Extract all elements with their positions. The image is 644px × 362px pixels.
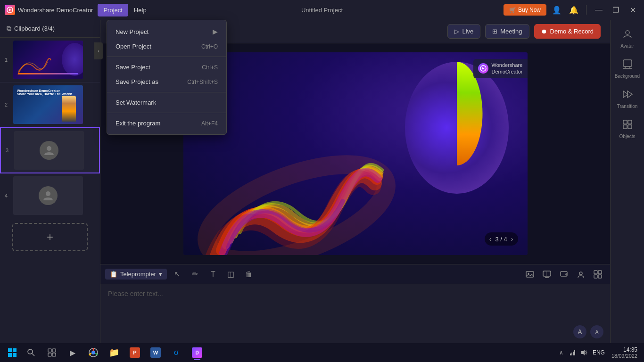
- clip-item-1[interactable]: 1: [0, 38, 100, 82]
- text-tool-button[interactable]: T: [206, 267, 221, 282]
- avatar-icon: [622, 29, 633, 41]
- clip-item-4[interactable]: 4: [0, 173, 100, 218]
- taskbar-right: ∧ ENG 14:35 18/09/2022: [557, 346, 640, 359]
- svg-point-13: [579, 272, 582, 275]
- svg-point-33: [28, 349, 33, 354]
- svg-point-1: [47, 146, 51, 151]
- menu-section-exit: Exit the program Alt+F4: [107, 115, 226, 132]
- teleprompter-text-area[interactable]: Please enter text... A A: [100, 284, 610, 343]
- windows-taskbar: ▶ 📁 P W σ D ∧: [0, 343, 644, 362]
- sidebar-transition-tool[interactable]: Transition: [613, 85, 642, 113]
- open-project-item[interactable]: Open Project Ctrl+O: [107, 39, 226, 54]
- system-clock[interactable]: 14:35 18/09/2022: [609, 346, 640, 359]
- page-indicator: 3 / 4: [495, 236, 507, 243]
- user-icon-button[interactable]: 👤: [550, 3, 563, 16]
- save-as-label: Save Project as: [116, 78, 158, 85]
- trash-tool-button[interactable]: 🗑: [241, 267, 256, 282]
- svg-rect-28: [628, 125, 632, 129]
- set-watermark-item[interactable]: Set Watermark: [107, 95, 226, 110]
- right-sidebar: Avatar Background Transition: [610, 20, 644, 343]
- tray-chevron[interactable]: ∧: [557, 348, 566, 357]
- sidebar-background-tool[interactable]: Background: [613, 55, 642, 83]
- clip-item-3[interactable]: 3: [0, 127, 100, 173]
- font-decrease-button[interactable]: A: [590, 325, 603, 338]
- taskbar-word[interactable]: W: [146, 344, 165, 361]
- collapse-sidebar-button[interactable]: ‹: [94, 42, 103, 59]
- title-bar: Wondershare DemoCreator Project Help Unt…: [0, 0, 644, 20]
- pen-tool-button[interactable]: ✏: [188, 267, 203, 282]
- sidebar-objects-tool[interactable]: Objects: [613, 115, 642, 143]
- preview-canvas: Wondershare DemoCreator ‹ 3 / 4 ›: [183, 52, 528, 255]
- taskbar-files[interactable]: 📁: [105, 344, 124, 361]
- taskbar-powerpoint[interactable]: P: [125, 344, 144, 361]
- maximize-button[interactable]: ❐: [609, 3, 622, 16]
- svg-rect-17: [598, 275, 602, 278]
- svg-point-40: [91, 351, 95, 354]
- demo-record-button[interactable]: ⏺ Demo & Record: [534, 24, 601, 39]
- add-webcam-button[interactable]: [556, 267, 571, 282]
- notification-icon-button[interactable]: 🔔: [567, 3, 580, 16]
- close-button[interactable]: ✕: [626, 3, 639, 16]
- tray-network[interactable]: [568, 348, 578, 357]
- teleprompter-dropdown[interactable]: 📋 Teleprompter ▾: [105, 269, 167, 280]
- project-menu-trigger[interactable]: Project: [98, 4, 128, 16]
- open-project-label: Open Project: [116, 43, 151, 50]
- taskbar-democreator[interactable]: D: [188, 344, 206, 361]
- folder-tool-button[interactable]: ◫: [223, 267, 239, 282]
- add-clip-button[interactable]: +: [12, 223, 88, 251]
- exit-program-item[interactable]: Exit the program Alt+F4: [107, 116, 226, 131]
- svg-point-18: [626, 31, 629, 34]
- set-watermark-label: Set Watermark: [116, 99, 156, 106]
- open-project-shortcut: Ctrl+O: [201, 43, 218, 50]
- clip-num-4: 4: [3, 193, 9, 198]
- taskbar-chrome[interactable]: [84, 344, 103, 361]
- language-indicator[interactable]: ENG: [593, 349, 605, 356]
- add-avatar-button[interactable]: [573, 267, 588, 282]
- clipboard-icon: ⧉: [7, 25, 11, 33]
- clip-thumb-3: [14, 131, 84, 170]
- prev-page-button[interactable]: ‹: [489, 235, 492, 243]
- svg-rect-8: [543, 271, 546, 276]
- record-icon: ⏺: [541, 28, 547, 35]
- clock-time: 14:35: [611, 346, 637, 353]
- menu-divider-1: [107, 57, 226, 57]
- exit-shortcut: Alt+F4: [201, 120, 218, 127]
- save-as-shortcut: Ctrl+Shift+S: [187, 79, 218, 85]
- add-image-button[interactable]: [522, 267, 537, 282]
- taskbar-task-view[interactable]: [42, 344, 61, 361]
- new-project-item[interactable]: New Project ▶: [107, 24, 226, 39]
- meeting-button[interactable]: ⊞ Meeting: [485, 24, 529, 39]
- new-project-arrow: ▶: [213, 28, 218, 35]
- meeting-icon: ⊞: [492, 28, 497, 35]
- project-dropdown-menu: New Project ▶ Open Project Ctrl+O Save P…: [107, 20, 227, 135]
- transition-tool-label: Transition: [617, 104, 638, 109]
- svg-rect-44: [574, 350, 575, 355]
- taskbar-powershell[interactable]: ▶: [63, 344, 82, 361]
- save-project-item[interactable]: Save Project Ctrl+S: [107, 60, 226, 74]
- clip-item-2[interactable]: 2 Wondershare DemoCreatorShare Your Idea…: [0, 82, 100, 127]
- add-screen-button[interactable]: [539, 267, 554, 282]
- sidebar-avatar-tool[interactable]: Avatar: [613, 25, 642, 53]
- start-button[interactable]: [4, 344, 21, 361]
- taskbar-edge[interactable]: σ: [167, 344, 186, 361]
- taskbar-search[interactable]: [22, 344, 41, 361]
- project-title: Untitled Project: [301, 7, 343, 14]
- svg-marker-12: [565, 272, 567, 276]
- clip-thumb-2: Wondershare DemoCreatorShare Your Idea, …: [13, 85, 83, 124]
- svg-point-2: [46, 191, 50, 196]
- cursor-tool-button[interactable]: ↖: [170, 267, 185, 282]
- font-increase-button[interactable]: A: [573, 325, 586, 338]
- next-page-button[interactable]: ›: [511, 235, 513, 243]
- live-button[interactable]: ▷ Live: [447, 24, 480, 39]
- help-menu-trigger[interactable]: Help: [128, 4, 152, 16]
- menu-section-save: Save Project Ctrl+S Save Project as Ctrl…: [107, 59, 226, 90]
- add-layout-button[interactable]: [590, 267, 605, 282]
- save-project-shortcut: Ctrl+S: [202, 64, 218, 71]
- buy-now-button[interactable]: 🛒 Buy Now: [504, 4, 546, 16]
- save-as-item[interactable]: Save Project as Ctrl+Shift+S: [107, 74, 226, 89]
- tray-volume[interactable]: [579, 348, 589, 357]
- minimize-button[interactable]: —: [592, 3, 605, 16]
- bottom-teleprompter-bar: 📋 Teleprompter ▾ ↖ ✏ T ◫ 🗑: [100, 264, 610, 343]
- objects-tool-label: Objects: [619, 134, 636, 139]
- person-placeholder-3: [40, 141, 58, 160]
